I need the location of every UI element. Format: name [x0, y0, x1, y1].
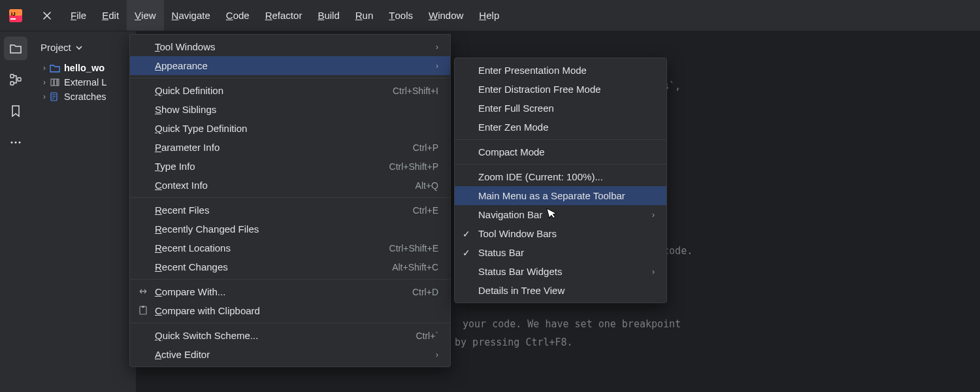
svg-rect-12 [57, 79, 59, 86]
project-tool-button[interactable] [4, 37, 27, 60]
chevron-right-icon: › [436, 61, 438, 71]
svg-rect-11 [54, 79, 57, 86]
menu-item-compare-with-clipboard[interactable]: Compare with Clipboard [130, 301, 450, 320]
menu-item-quick-type-definition[interactable]: Quick Type Definition [130, 119, 450, 138]
submenu-item-enter-distraction-free-mode[interactable]: Enter Distraction Free Mode [455, 80, 666, 99]
shortcut-label: Ctrl+D [412, 287, 438, 297]
shortcut-label: Ctrl+P [413, 142, 438, 153]
left-rail [0, 31, 31, 392]
view-menu-dropdown: Tool Windows›Appearance›Quick Definition… [129, 34, 451, 367]
chevron-right-icon: › [43, 63, 46, 73]
compare-icon [138, 286, 150, 298]
more-tool-button[interactable] [4, 131, 27, 154]
compare-clipboard-icon [138, 305, 150, 317]
submenu-item-enter-zen-mode[interactable]: Enter Zen Mode [455, 118, 666, 137]
menu-item-type-info[interactable]: Type InfoCtrl+Shift+P [130, 157, 450, 176]
menu-window[interactable]: Window [421, 0, 471, 31]
menu-view[interactable]: View [127, 0, 164, 31]
menu-separator [130, 323, 450, 323]
menu-file[interactable]: File [63, 0, 94, 31]
menu-item-compare-with-[interactable]: Compare With...Ctrl+D [130, 282, 450, 301]
menu-build[interactable]: Build [310, 0, 347, 31]
shortcut-label: Alt+Q [416, 180, 438, 191]
project-panel: Project ›hello_wo›External L›Scratches [31, 31, 136, 392]
menu-separator [130, 78, 450, 78]
shortcut-label: Alt+Shift+C [392, 262, 438, 272]
menu-item-recently-changed-files[interactable]: Recently Changed Files [130, 220, 450, 238]
submenu-item-compact-mode[interactable]: Compact Mode [455, 142, 666, 161]
svg-rect-4 [10, 74, 14, 78]
project-tree: ›hello_wo›External L›Scratches [31, 61, 136, 104]
chevron-right-icon: › [43, 78, 46, 87]
structure-tool-button[interactable] [4, 68, 27, 91]
menu-item-tool-windows[interactable]: Tool Windows› [130, 37, 450, 56]
close-icon[interactable] [31, 10, 63, 21]
tree-item[interactable]: ›External L [31, 75, 136, 90]
tree-item[interactable]: ›hello_wo [31, 61, 136, 75]
top-bar: IJ FileEditViewNavigateCodeRefactorBuild… [0, 0, 980, 31]
menu-item-quick-switch-scheme-[interactable]: Quick Switch Scheme...Ctrl+` [130, 326, 450, 345]
menu-tools[interactable]: Tools [381, 0, 421, 31]
check-icon: ✓ [463, 248, 470, 258]
project-header[interactable]: Project [31, 37, 136, 61]
app-icon: IJ [0, 0, 31, 31]
chevron-right-icon: › [652, 267, 655, 276]
svg-rect-2 [10, 18, 16, 20]
menu-separator [130, 197, 450, 198]
tree-item[interactable]: ›Scratches [31, 90, 136, 104]
code-line: your code. We have set one breakpoint [463, 315, 967, 333]
menu-separator [130, 279, 450, 280]
submenu-item-zoom-ide-current-[interactable]: Zoom IDE (Current: 100%)... [455, 167, 666, 186]
menu-separator [455, 139, 666, 140]
submenu-item-status-bar-widgets[interactable]: Status Bar Widgets› [455, 262, 666, 281]
menu-refactor[interactable]: Refactor [257, 0, 310, 31]
menu-separator [455, 164, 666, 165]
svg-rect-15 [142, 306, 144, 308]
svg-rect-10 [51, 79, 54, 86]
shortcut-label: Ctrl+E [413, 205, 438, 216]
menu-item-quick-definition[interactable]: Quick DefinitionCtrl+Shift+I [130, 81, 450, 100]
menu-item-context-info[interactable]: Context InfoAlt+Q [130, 176, 450, 195]
project-title: Project [41, 42, 71, 53]
submenu-item-main-menu-as-a-separate-toolbar[interactable]: Main Menu as a Separate Toolbar [455, 186, 666, 205]
submenu-item-details-in-tree-view[interactable]: Details in Tree View [455, 281, 666, 300]
check-icon: ✓ [463, 229, 470, 239]
menu-item-appearance[interactable]: Appearance› [130, 56, 450, 75]
menu-edit[interactable]: Edit [94, 0, 127, 31]
chevron-right-icon: › [436, 350, 438, 359]
chevron-right-icon: › [43, 92, 46, 101]
shortcut-label: Ctrl+Shift+E [389, 243, 438, 253]
chevron-right-icon: › [436, 42, 438, 52]
menu-code[interactable]: Code [218, 0, 257, 31]
submenu-item-navigation-bar[interactable]: Navigation Bar› [455, 205, 666, 224]
submenu-item-enter-full-screen[interactable]: Enter Full Screen [455, 99, 666, 118]
menu-item-recent-locations[interactable]: Recent LocationsCtrl+Shift+E [130, 238, 450, 257]
svg-rect-5 [10, 82, 14, 85]
svg-point-9 [19, 142, 21, 144]
submenu-item-enter-presentation-mode[interactable]: Enter Presentation Mode [455, 61, 666, 80]
bookmarks-tool-button[interactable] [4, 99, 27, 123]
chevron-right-icon: › [652, 210, 655, 220]
menu-run[interactable]: Run [348, 0, 382, 31]
appearance-submenu: Enter Presentation ModeEnter Distraction… [454, 57, 667, 303]
svg-point-7 [11, 142, 13, 144]
svg-text:IJ: IJ [11, 11, 16, 17]
shortcut-label: Ctrl+` [416, 331, 438, 341]
menubar: FileEditViewNavigateCodeRefactorBuildRun… [63, 0, 507, 31]
menu-item-show-siblings[interactable]: Show Siblings [130, 100, 450, 119]
menu-navigate[interactable]: Navigate [164, 0, 218, 31]
svg-rect-6 [18, 78, 21, 81]
chevron-down-icon [75, 44, 83, 52]
menu-item-parameter-info[interactable]: Parameter InfoCtrl+P [130, 138, 450, 157]
submenu-item-tool-window-bars[interactable]: ✓Tool Window Bars [455, 224, 666, 243]
shortcut-label: Ctrl+Shift+P [389, 161, 438, 172]
menu-item-recent-files[interactable]: Recent FilesCtrl+E [130, 201, 450, 220]
submenu-item-status-bar[interactable]: ✓Status Bar [455, 243, 666, 262]
svg-point-8 [15, 142, 17, 144]
menu-item-recent-changes[interactable]: Recent ChangesAlt+Shift+C [130, 257, 450, 276]
menu-item-active-editor[interactable]: Active Editor› [130, 345, 450, 364]
menu-help[interactable]: Help [471, 0, 507, 31]
shortcut-label: Ctrl+Shift+I [393, 86, 438, 96]
